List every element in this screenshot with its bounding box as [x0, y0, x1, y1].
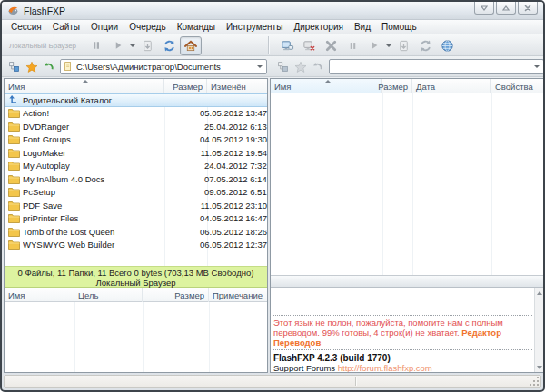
version-text: FlashFXP 4.2.3 (build 1770) — [273, 353, 532, 363]
local-refresh-button[interactable] — [158, 36, 180, 55]
toolbar-separator — [268, 36, 269, 54]
local-header-modified[interactable]: Изменён — [207, 79, 267, 93]
table-row[interactable]: priPrinter Files 04.05.2012 16:47 — [5, 212, 267, 226]
local-history-button[interactable] — [40, 58, 57, 75]
local-path-combo[interactable]: C:\Users\Администратор\Documents — [60, 59, 267, 74]
table-row[interactable]: WYSIWYG Web Builder 06.05.2012 12:37 — [5, 239, 267, 252]
sort-ascending-icon — [83, 80, 88, 83]
folder-icon — [8, 187, 20, 197]
local-favorites-button[interactable] — [23, 58, 40, 75]
remote-file-list[interactable] — [271, 93, 543, 275]
table-row[interactable]: Font Groups 04.05.2012 19:30 — [5, 133, 267, 147]
file-name: Font Groups — [23, 134, 157, 144]
menu-queue[interactable]: Очередь — [124, 21, 172, 33]
globe-icon — [441, 39, 454, 53]
remote-header-date[interactable]: Дата — [412, 79, 491, 93]
table-row[interactable]: Tomb of the Lost Queen 06.05.2012 18:26 — [5, 225, 267, 239]
table-row[interactable]: Action! 05.05.2012 13:47 — [5, 107, 267, 121]
local-header-size[interactable]: Размер — [164, 79, 207, 93]
remote-play-button[interactable] — [363, 36, 385, 55]
local-pause-button[interactable] — [85, 36, 107, 55]
file-modified: 06.05.2012 18:26 — [196, 227, 267, 237]
remote-connect-button[interactable] — [276, 36, 298, 55]
chevron-down-icon — [257, 65, 263, 68]
log-scrollbar[interactable] — [534, 288, 543, 372]
table-row[interactable]: My Autoplay 24.04.2012 7:32 — [5, 160, 267, 173]
local-status-band: 0 Файлы, 11 Папки, 11 Всего 0 bytes (703… — [5, 266, 267, 288]
menu-directory[interactable]: Директория — [288, 21, 349, 33]
table-row[interactable]: PDF Save 11.05.2012 23:10 — [5, 199, 267, 212]
remote-header-props[interactable]: Свойства — [491, 79, 543, 93]
favorites-star-icon — [294, 61, 307, 74]
remote-header-size[interactable]: Размер — [382, 79, 412, 93]
scroll-up-icon[interactable] — [535, 289, 543, 297]
local-header-name[interactable]: Имя — [5, 79, 164, 93]
remote-browser-panel: Имя Размер Дата Свойства Этот язык не по… — [270, 78, 544, 373]
pause-icon — [91, 40, 102, 51]
support-forum-link[interactable]: http://forum.flashfxp.com — [338, 363, 432, 372]
local-path-value: C:\Users\Администратор\Documents — [76, 62, 221, 72]
table-row[interactable]: Родительский Каталог — [5, 93, 267, 107]
folder-icon — [8, 148, 20, 158]
refresh-icon — [163, 39, 176, 53]
remote-refresh-button[interactable] — [414, 36, 436, 55]
status-bar-divider — [355, 377, 356, 386]
transfer-icon — [141, 39, 154, 53]
local-tree-view-button[interactable] — [5, 58, 23, 75]
remote-play-menu-button[interactable] — [385, 36, 392, 55]
table-row[interactable]: DVDRanger 25.04.2012 6:13 — [5, 120, 267, 133]
table-row[interactable]: My InAlbum 4.0 Docs 07.05.2012 6:14 — [5, 172, 267, 186]
remote-disconnect-button[interactable] — [298, 36, 320, 55]
title-bar[interactable]: FlashFXP — [2, 2, 543, 20]
session-log[interactable]: Этот язык не полон, пожалуйста, помогите… — [271, 288, 543, 372]
folder-icon — [8, 201, 20, 211]
remote-history-button[interactable] — [309, 58, 326, 75]
tree-view-icon — [277, 61, 289, 73]
remote-favorites-button[interactable] — [292, 58, 309, 75]
queue-header-name[interactable]: Имя — [5, 288, 74, 302]
table-row[interactable]: PcSetup 09.05.2012 6:51 — [5, 186, 267, 200]
menu-session[interactable]: Сессия — [5, 21, 47, 33]
local-transfer-button[interactable] — [136, 36, 158, 55]
queue-header-target[interactable]: Цель — [74, 288, 143, 302]
minimize-button[interactable] — [474, 2, 494, 15]
abort-button[interactable] — [320, 36, 342, 55]
scroll-down-icon[interactable] — [535, 363, 543, 371]
remote-tree-view-button[interactable] — [274, 58, 292, 75]
remote-header-name[interactable]: Имя — [271, 79, 382, 93]
log-splitter-handle[interactable] — [271, 275, 543, 288]
menu-view[interactable]: Вид — [349, 21, 376, 33]
remote-transfer-button[interactable] — [392, 36, 414, 55]
file-modified: 24.04.2012 7:32 — [201, 161, 267, 171]
play-menu-caret-icon — [130, 44, 135, 47]
status-bar — [4, 375, 541, 388]
home-icon — [183, 39, 198, 53]
table-row[interactable]: LogoMaker 11.05.2012 19:54 — [5, 146, 267, 160]
menu-commands[interactable]: Команды — [172, 21, 221, 33]
menu-tools[interactable]: Инструменты — [221, 21, 288, 33]
favorites-star-icon — [25, 61, 38, 74]
folder-icon — [8, 122, 20, 132]
remote-path-combo[interactable] — [329, 59, 544, 74]
web-browser-button[interactable] — [436, 36, 458, 55]
local-path-dropdown[interactable] — [253, 61, 265, 73]
remote-list-header: Имя Размер Дата Свойства — [271, 79, 543, 93]
folder-icon — [8, 227, 20, 237]
queue-header-note[interactable]: Примечание — [209, 288, 267, 302]
remote-path-dropdown[interactable] — [530, 61, 542, 73]
maximize-button[interactable] — [496, 2, 516, 15]
folder-icon — [8, 134, 20, 144]
local-play-menu-button[interactable] — [129, 36, 136, 55]
resize-grip[interactable] — [530, 377, 539, 386]
menu-options[interactable]: Опции — [85, 21, 124, 33]
queue-list[interactable] — [5, 302, 267, 372]
local-play-button[interactable] — [107, 36, 129, 55]
file-modified: 06.05.2012 12:37 — [196, 240, 267, 250]
menu-help[interactable]: Помощь — [376, 21, 422, 33]
close-button[interactable] — [518, 2, 538, 15]
local-home-button[interactable] — [180, 36, 202, 55]
menu-sites[interactable]: Сайты — [47, 21, 85, 33]
queue-header-size[interactable]: Размер — [143, 288, 209, 302]
remote-pause-button[interactable] — [342, 36, 363, 55]
minimize-icon — [481, 5, 488, 11]
